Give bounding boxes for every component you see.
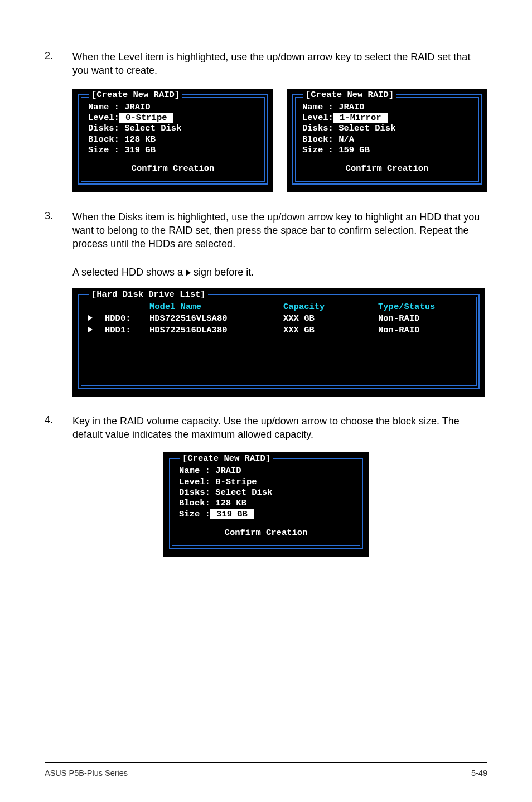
disk-model: HDS722516DLA380 <box>149 325 283 336</box>
footer-right: 5-49 <box>471 769 487 777</box>
page-footer: ASUS P5B-Plus Series 5-49 <box>45 762 487 777</box>
step-text: When the Level item is highlighted, use … <box>72 50 487 78</box>
selected-icon <box>88 327 93 332</box>
panel-title: [Create New RAID] <box>89 90 182 100</box>
confirm-creation[interactable]: Confirm Creation <box>179 528 353 538</box>
name-label: Name : <box>179 466 210 476</box>
name-value: JRAID <box>215 466 241 476</box>
disk-type: Non-RAID <box>378 313 470 324</box>
step-4: 4. Key in the RAID volume capacity. Use … <box>45 414 487 442</box>
disk-list-panel: [Hard Disk Drive List] Model Name Capaci… <box>72 288 485 397</box>
level-value[interactable]: 0-Stripe <box>119 113 173 123</box>
step-2: 2. When the Level item is highlighted, u… <box>45 50 487 78</box>
create-raid-panel-size: [Create New RAID] Name : JRAID Level: 0-… <box>163 452 369 556</box>
create-raid-panel-mirror: [Create New RAID] Name : JRAID Level: 1-… <box>287 89 487 192</box>
step-number: 2. <box>45 50 72 78</box>
disk-row[interactable]: HDD1: HDS722516DLA380 XXX GB Non-RAID <box>88 325 470 336</box>
block-value: 128 KB <box>124 134 156 144</box>
name-value: JRAID <box>338 102 365 112</box>
name-value: JRAID <box>124 102 151 112</box>
panel-title: [Create New RAID] <box>303 90 396 100</box>
name-label: Name : <box>302 102 333 112</box>
disk-model: HDS722516VLSA80 <box>149 313 283 324</box>
disk-id: HDD0: <box>105 313 149 324</box>
level-value[interactable]: 1-Mirror <box>333 113 388 123</box>
footer-left: ASUS P5B-Plus Series <box>45 769 128 777</box>
triangle-icon <box>186 269 191 276</box>
disk-capacity: XXX GB <box>283 313 378 324</box>
size-label: Size : <box>302 145 333 155</box>
col-type-header: Type/Status <box>378 302 470 312</box>
col-model-header: Model Name <box>149 302 283 312</box>
disk-list-header: Model Name Capacity Type/Status <box>88 302 470 312</box>
disks-label: Disks: <box>302 123 333 133</box>
disk-id: HDD1: <box>105 325 149 336</box>
disks-value: Select Disk <box>124 123 181 133</box>
create-raid-panel-stripe: [Create New RAID] Name : JRAID Level: 0-… <box>72 89 273 192</box>
size-value: 319 GB <box>124 145 156 155</box>
size-value: 159 GB <box>338 145 370 155</box>
disk-type: Non-RAID <box>378 325 470 336</box>
raid-panels-row: [Create New RAID] Name : JRAID Level: 0-… <box>72 89 487 192</box>
confirm-creation[interactable]: Confirm Creation <box>88 163 258 174</box>
block-value: N/A <box>338 134 354 144</box>
disks-label: Disks: <box>88 123 119 133</box>
level-label: Level: <box>302 113 333 123</box>
disks-value: Select Disk <box>338 123 395 133</box>
panel-title: [Create New RAID] <box>180 453 273 464</box>
level-value: 0-Stripe <box>215 477 257 487</box>
disk-capacity: XXX GB <box>283 325 378 336</box>
step-3-subtext: A selected HDD shows a sign before it. <box>72 267 487 278</box>
step-number: 3. <box>45 210 72 255</box>
size-label: Size : <box>179 509 210 519</box>
panel-title: [Hard Disk Drive List] <box>89 289 208 300</box>
block-label: Block: <box>302 134 333 144</box>
col-capacity-header: Capacity <box>283 302 378 312</box>
disk-row[interactable]: HDD0: HDS722516VLSA80 XXX GB Non-RAID <box>88 313 470 324</box>
step-text: When the Disks item is highlighted, use … <box>72 210 487 251</box>
disks-value: Select Disk <box>215 487 272 497</box>
level-label: Level: <box>179 477 210 487</box>
size-label: Size : <box>88 145 119 155</box>
step-text: Key in the RAID volume capacity. Use the… <box>72 414 487 442</box>
size-value[interactable]: 319 GB <box>210 509 254 519</box>
name-label: Name : <box>88 102 119 112</box>
level-label: Level: <box>88 113 119 123</box>
step-number: 4. <box>45 414 72 442</box>
disks-label: Disks: <box>179 487 210 497</box>
block-label: Block: <box>88 134 119 144</box>
confirm-creation[interactable]: Confirm Creation <box>302 163 472 174</box>
block-label: Block: <box>179 498 210 508</box>
block-value: 128 KB <box>215 498 246 508</box>
step-3: 3. When the Disks item is highlighted, u… <box>45 210 487 255</box>
selected-icon <box>88 315 93 321</box>
